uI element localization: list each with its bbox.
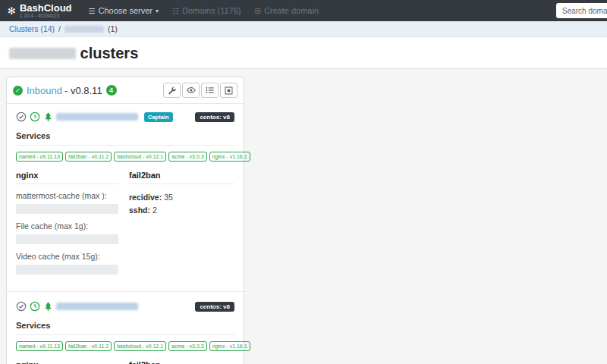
search-input[interactable]: [556, 3, 607, 18]
service-badge-acme: acme - v3.0.3: [168, 341, 206, 351]
bashcloud-logo-icon: ✻: [8, 6, 16, 16]
cache-label: Video cache (max 15g):: [16, 252, 118, 262]
service-badge-named: named - v9.11.13: [16, 341, 63, 351]
cache-label: mattermost-cache (max ):: [16, 191, 118, 201]
fail2ban-column: fail2ban recidive: 35 sshd: 2: [129, 171, 234, 282]
nginx-column-header: nginx: [16, 360, 118, 364]
brand-version: 1.10.4 - 40334c23: [20, 14, 72, 19]
service-badge-acme: acme - v3.0.3: [168, 152, 206, 162]
grid-button[interactable]: [220, 83, 237, 98]
nginx-column-header: nginx: [16, 171, 118, 184]
stat-value: 35: [164, 193, 173, 202]
nav-create-domain[interactable]: ⊞ Create domain: [254, 6, 319, 15]
service-badges: named - v9.11.13 fail2ban - v0.11.2 bash…: [16, 341, 234, 351]
stat-recidive: recidive: 35: [129, 191, 234, 204]
service-detail-columns: nginx mattermost-cache (max ): File cach…: [16, 171, 234, 282]
server-row: Captain centos: v8: [16, 111, 234, 122]
service-badge-fail2ban: fail2ban - v0.11.2: [65, 341, 112, 351]
cluster-name-link[interactable]: Inbound: [27, 85, 62, 96]
service-badge-bashcloud: bashcloud - v0.12.1: [114, 341, 166, 351]
nav-choose-server[interactable]: ☰ Choose server ▾: [89, 6, 159, 15]
service-detail-columns: nginx mattermost-cache (max ): 100% File…: [16, 360, 234, 364]
wrench-button[interactable]: [163, 83, 181, 98]
service-badges: named - v9.11.13 fail2ban - v0.11.2 bash…: [16, 152, 234, 162]
cluster-card-header: ✓ Inbound - v0.8.11 4: [7, 77, 244, 104]
services-heading: Services: [16, 321, 234, 335]
breadcrumb-separator: /: [58, 24, 61, 33]
cluster-status-icon: ✓: [13, 86, 23, 96]
service-badge-nginx: nginx - v1.16.1: [209, 152, 250, 162]
brand[interactable]: ✻ BashCloud 1.10.4 - 40334c23: [8, 3, 72, 19]
main-content: ✓ Inbound - v0.8.11 4: [0, 69, 607, 364]
fail2ban-column: fail2ban recidive: 33 sshd: 9: [129, 360, 234, 364]
server-name-redacted[interactable]: [56, 113, 138, 121]
cluster-version: - v0.8.11: [64, 85, 102, 96]
title-redacted-name: [9, 48, 76, 59]
nav-create-domain-label: Create domain: [264, 6, 319, 15]
eye-button[interactable]: [182, 83, 200, 98]
nav-domains-label: Domains (1176): [182, 6, 241, 15]
service-badge-nginx: nginx - v1.16.1: [209, 341, 250, 351]
clock-icon: [30, 111, 40, 122]
wrench-icon: [168, 86, 176, 95]
os-badge: centos: v8: [195, 302, 234, 312]
page-title-suffix: clusters: [80, 45, 139, 61]
service-badge-fail2ban: fail2ban - v0.11.2: [65, 152, 112, 162]
clock-icon: [30, 301, 40, 312]
cache-label: File cache (max 1g):: [16, 221, 118, 231]
breadcrumb-clusters-link[interactable]: Clusters (14): [9, 24, 55, 33]
service-badge-named: named - v9.11.13: [16, 152, 63, 162]
cluster-card-body: Captain centos: v8 Services named - v9.1…: [7, 104, 244, 364]
nginx-column: nginx mattermost-cache (max ): 100% File…: [16, 360, 118, 364]
captain-badge: Captain: [144, 112, 173, 122]
plus-square-icon: ⊞: [254, 7, 260, 15]
mattermost-cache-progressbar: [16, 204, 118, 214]
video-cache-progressbar: [16, 265, 118, 275]
stat-key: recidive:: [129, 193, 162, 202]
os-badge: centos: v8: [195, 112, 234, 122]
tree-icon: [43, 111, 53, 122]
check-circle-icon: [16, 111, 27, 122]
services-heading: Services: [16, 131, 234, 146]
nav-domains[interactable]: ☷ Domains (1176): [172, 6, 241, 15]
server-row: centos: v8: [16, 301, 234, 312]
server-name-redacted[interactable]: [56, 303, 138, 310]
service-badge-bashcloud: bashcloud - v0.12.1: [114, 152, 166, 162]
cluster-toolbar: [163, 83, 237, 98]
list-icon: ☷: [172, 7, 179, 15]
check-circle-icon: [16, 301, 27, 312]
page-title: clusters: [9, 45, 138, 61]
breadcrumb-redacted-name: [64, 26, 104, 33]
nav-choose-server-label: Choose server: [99, 6, 153, 15]
tree-icon: [43, 301, 53, 312]
server-count-badge: 4: [106, 85, 117, 96]
list-ul-icon: [206, 86, 214, 94]
server-divider: [7, 291, 244, 292]
eye-icon: [187, 86, 196, 94]
fail2ban-column-header: fail2ban: [129, 171, 234, 184]
nginx-column: nginx mattermost-cache (max ): File cach…: [16, 171, 118, 282]
grid-icon: [225, 86, 233, 95]
cluster-card: ✓ Inbound - v0.8.11 4: [6, 77, 244, 364]
breadcrumb-count: (1): [108, 24, 118, 33]
breadcrumb: Clusters (14) / (1): [0, 21, 607, 37]
fail2ban-column-header: fail2ban: [129, 360, 234, 364]
stat-key: sshd:: [129, 206, 150, 215]
page-title-row: clusters: [0, 37, 607, 68]
top-navbar: ✻ BashCloud 1.10.4 - 40334c23 ☰ Choose s…: [0, 0, 607, 21]
file-cache-progressbar: [16, 234, 118, 244]
brand-name: BashCloud: [20, 3, 72, 13]
stat-sshd: sshd: 2: [129, 204, 234, 217]
stat-value: 2: [153, 206, 157, 215]
bars-icon: ☰: [89, 7, 96, 15]
list-button[interactable]: [201, 83, 219, 98]
chevron-down-icon: ▾: [156, 8, 159, 14]
